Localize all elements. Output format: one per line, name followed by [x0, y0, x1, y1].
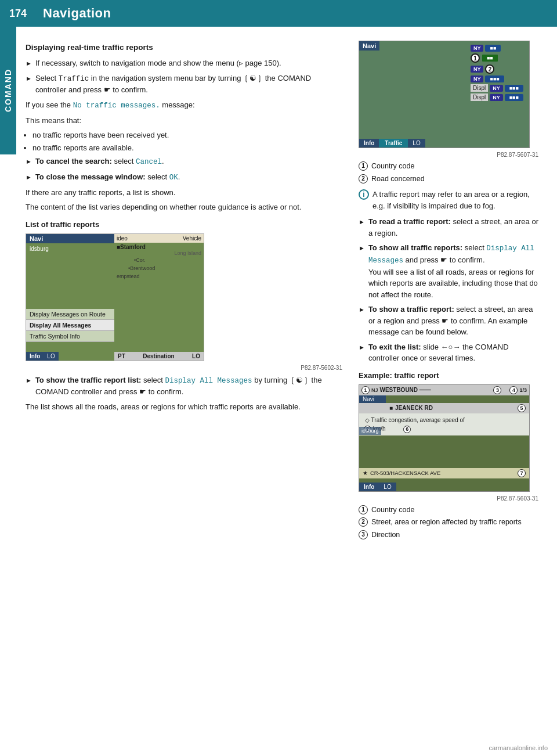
- instr-exit: ► To exit the list: slide ←○→ the COMAND…: [359, 341, 538, 364]
- instr-exit-text: To exit the list: slide ←○→ the COMAND c…: [368, 341, 538, 364]
- trs-fraction: 1/3: [519, 387, 527, 393]
- trs-header: 1 NJ WESTBOUND —— 3 4 1/3: [359, 385, 529, 395]
- annotation-b3: 3 Direction: [359, 530, 538, 541]
- trs-circle5: 5: [518, 404, 526, 412]
- arrow-icon: ►: [359, 217, 365, 239]
- instruction-1: ► If necessary, switch to navigation mod…: [26, 57, 342, 69]
- main-content: Displaying real-time traffic reports ► I…: [0, 27, 557, 556]
- tls-menu-display-route[interactable]: Display Messages on Route: [26, 309, 114, 320]
- road-sign-num1: ■■: [485, 45, 501, 52]
- trs-idsburg: idsburg: [359, 427, 381, 435]
- section-tab: COMAND: [0, 27, 16, 154]
- tls-empstead: empstead: [117, 272, 201, 280]
- rst-displ2: Displ: [471, 93, 488, 101]
- trs-road-name: JEANECK RD: [395, 405, 433, 411]
- instr-show-all-text: To show all traffic reports: select Disp…: [368, 242, 538, 300]
- tls-stamford: ■Stamford: [117, 244, 201, 250]
- arrow-icon: ►: [26, 157, 32, 168]
- no-traffic-mono: No traffic messages.: [73, 102, 160, 110]
- arrow-icon: ►: [26, 376, 32, 398]
- tls-right-content: ■Stamford Long Island •Cor. •Brentwood e…: [114, 243, 204, 282]
- annotation-b2: 2 Street, area or region affected by tra…: [359, 517, 538, 528]
- section-heading: Displaying real-time traffic reports: [26, 43, 342, 52]
- annotation-circle-2: 2: [359, 174, 368, 183]
- tls-idsburg: idsburg: [26, 243, 114, 254]
- road-sign-ny5: NY: [490, 94, 503, 101]
- rst-info: Info: [359, 139, 379, 147]
- rst-disp-row1: Displ NY ■■■: [471, 84, 523, 92]
- trs-lo: LO: [379, 483, 396, 491]
- instr-show-report: ► To show a traffic report: select a str…: [359, 304, 538, 338]
- annotation-b1: 1 Country code: [359, 505, 538, 516]
- page-title: Navigation: [43, 6, 111, 21]
- tls-lo2: LO: [192, 353, 200, 359]
- road-sign-ny: NY: [471, 45, 484, 52]
- trs-footer: Info LO: [359, 483, 529, 491]
- traffic-report-screenshot: 1 NJ WESTBOUND —— 3 4 1/3 Navi ■ JEANECK…: [359, 384, 530, 492]
- list-heading: List of traffic reports: [26, 220, 342, 229]
- road-sign-num3: ■■■: [485, 75, 504, 82]
- example-heading: Example: traffic report: [359, 371, 538, 380]
- list-shows-text: The list shows all the roads, areas or r…: [26, 401, 342, 413]
- trs-congestion-text: Traffic congestion, average speed of: [371, 417, 465, 423]
- annotation-2: 2 Road concerned: [359, 174, 538, 185]
- trs-cr-road: CR-503/HACKENSACK AVE: [370, 470, 440, 476]
- info-box: i A traffic report may refer to an area …: [359, 189, 538, 211]
- list-varies-text: The content of the list varies depending…: [26, 201, 342, 213]
- arrow-icon: ►: [26, 59, 32, 69]
- instruction-close: ► To close the message window: select OK…: [26, 171, 342, 183]
- instruction-2: ► Select Traffic in the navigation syste…: [26, 73, 342, 96]
- instr-read: ► To read a traffic report: select a str…: [359, 216, 538, 239]
- rst-traffic: Traffic: [379, 139, 408, 147]
- rst-row1: NY ■■: [471, 45, 523, 52]
- trs-circle3: 3: [493, 386, 501, 394]
- rst-bottom-bar: Info Traffic LO: [359, 139, 529, 147]
- road-sign-ny4: NY: [490, 85, 503, 92]
- annotation-circle-b3: 3: [359, 530, 368, 539]
- bullet-1: no traffic reports have been received ye…: [32, 129, 342, 141]
- instruction-text-1: If necessary, switch to navigation mode …: [35, 57, 342, 69]
- rst-row4: NY ■■■: [471, 75, 523, 82]
- trs-circle4: 4: [509, 386, 518, 394]
- road-sign-ny2: NY: [471, 66, 484, 73]
- instruction-show-list-text: To show the traffic report list: select …: [35, 375, 342, 398]
- rst-row3: NY 2: [471, 64, 523, 74]
- trs-circle1: 1: [361, 386, 370, 394]
- instr-show-all: ► To show all traffic reports: select Di…: [359, 242, 538, 300]
- arrow-icon: ►: [359, 343, 365, 364]
- header-bar: 174 Navigation: [0, 0, 557, 27]
- trs-caption: P82.87-5603-31: [359, 495, 538, 502]
- annotation-1: 1 Country code: [359, 161, 538, 172]
- trs-navi: Navi: [359, 395, 386, 403]
- instr-show-report-text: To show a traffic report: select a stree…: [368, 304, 538, 338]
- tls-long-island: Long Island: [117, 250, 201, 256]
- instruction-show-list: ► To show the traffic report list: selec…: [26, 375, 342, 398]
- instruction-cancel: ► To cancel the search: select Cancel.: [26, 156, 342, 168]
- road-sign-num5: ■■■: [505, 94, 523, 101]
- trs-star2: ■: [389, 405, 393, 411]
- watermark: carmanualonline.info: [489, 744, 548, 751]
- rst-circle2: 2: [485, 64, 494, 74]
- this-means: This means that:: [26, 115, 342, 127]
- tls-menu-items: Display Messages on Route Display All Me…: [26, 309, 114, 342]
- trs-info: Info: [359, 483, 379, 491]
- trs-circle6-inline: 6: [403, 426, 411, 432]
- info-icon: i: [359, 189, 369, 200]
- road-sign-green: ■■: [482, 55, 498, 62]
- tls-info-bar: Info LO: [26, 352, 114, 361]
- rst-row2: 1 ■■: [471, 53, 523, 63]
- tls-brentwood2: •Brentwood: [117, 264, 201, 272]
- rst-circle1: 1: [471, 53, 480, 63]
- tls-right-header: ideo Vehicle: [114, 234, 204, 243]
- arrow-icon: ►: [359, 305, 365, 338]
- tls-navi: Navi: [26, 234, 114, 243]
- trs-road-name-bar: ■ JEANECK RD 5: [359, 403, 529, 413]
- if-traffic-text: If there are any traffic reports, a list…: [26, 187, 342, 199]
- arrow-icon: ►: [26, 172, 32, 183]
- tls-menu-display-all[interactable]: Display All Messages: [26, 320, 114, 331]
- bullet-2: no traffic reports are available.: [32, 142, 342, 154]
- annotation-circle-b2: 2: [359, 517, 368, 527]
- tls-menu-traffic-symbol[interactable]: Traffic Symbol Info: [26, 331, 114, 342]
- rst-disp-row2: Displ NY ■■■: [471, 93, 523, 101]
- instruction-text-2: Select Traffic in the navigation system …: [35, 73, 342, 96]
